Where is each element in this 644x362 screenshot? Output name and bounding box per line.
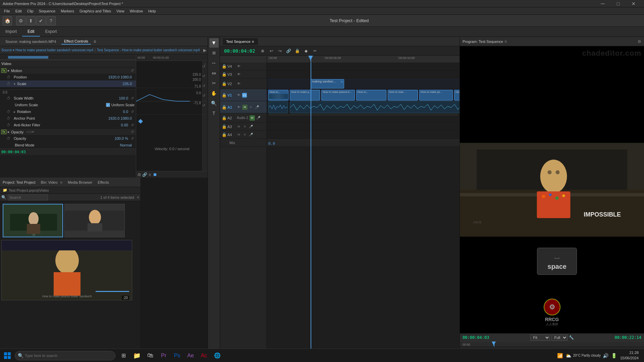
volume-icon[interactable]: 🔊 [602,353,609,358]
sequence-dropdown[interactable]: Test Sequence - How to make peanut butte… [97,48,200,52]
opacity-val[interactable]: 100.0 % [104,136,131,140]
large-thumbnail[interactable]: How to make peanut butter sandwich :20 [1,240,132,300]
opacity-stopwatch[interactable]: ⏱ [7,136,10,140]
thumbnail-item-2[interactable] [64,204,125,237]
taskbar-store[interactable]: 🛍 [144,349,157,362]
a4-mic[interactable]: 🎤 [248,132,254,137]
timeline-timecode[interactable]: 00:00:04:02 [221,47,258,55]
a3-m[interactable]: M [236,124,241,129]
antiflicker-stopwatch[interactable]: ⏱ [7,123,10,127]
a2-mic[interactable]: 🎤 [256,115,261,121]
program-in-timecode[interactable]: 00:00:04:03 [463,335,489,340]
v1-clip-7[interactable]: How to make peanut butter sandwich... [454,90,460,101]
scale-value[interactable]: 235.0 [108,82,135,86]
a4-s[interactable]: S [242,132,248,137]
search-input[interactable] [8,194,48,200]
taskbar-acrobat[interactable]: Ac [197,349,211,362]
a2-lock[interactable]: 🔒 [221,115,227,121]
anchor-stopwatch[interactable]: ⏱ [7,116,10,120]
select-tool[interactable]: ▼ [209,38,219,48]
graph-reset-3[interactable]: ↺ [202,84,208,88]
motion-reset[interactable]: ↺ [131,68,134,73]
v1-lock[interactable]: 🔒 [221,93,227,98]
menu-file[interactable]: File [1,8,13,14]
v4-lock[interactable]: 🔒 [221,64,227,69]
slip-tool[interactable]: ⇔ [209,68,219,78]
toolbar-btn3[interactable]: ✔ [36,16,46,25]
bin-menu-icon[interactable]: ≡ [60,180,62,184]
thumbnail-item-1[interactable]: :20 [3,204,63,237]
taskbar-edge[interactable]: 🌐 [211,349,224,362]
ripple-tool[interactable]: ↔ [209,58,219,68]
menu-edit[interactable]: Edit [13,8,24,14]
antiflicker-value[interactable]: 0.00 [104,123,131,127]
opacity-val-reset[interactable]: ↺ [131,136,134,141]
rotation-reset[interactable]: ↺ [131,110,134,114]
a1-s[interactable]: S [248,105,254,110]
effect-controls-tab[interactable]: Effect Controls [61,39,91,45]
v4-eye[interactable]: 👁 [236,64,241,69]
v1-sync[interactable]: V1 [242,93,247,98]
scale-width-reset[interactable]: ↺ [131,96,134,101]
scale-width-stopwatch[interactable]: ⏱ [7,96,10,100]
razor-tool[interactable]: ✂ [209,78,219,88]
menu-view[interactable]: View [114,8,127,14]
v1-clip-2[interactable]: How to make p... [290,90,320,101]
play-icon[interactable]: ▶ [203,48,206,53]
v3-lock[interactable]: 🔒 [221,72,227,77]
a2-m[interactable]: M [250,115,255,121]
source-dropdown[interactable]: Source ▾ How to make peanut butter sandw… [1,48,93,52]
graph-settings-icon[interactable]: ≡ [149,172,151,177]
tab-import[interactable]: Import [0,27,22,37]
start-button[interactable] [1,350,13,362]
a1-mic[interactable]: 🎤 [254,105,260,110]
rotation-value[interactable]: 0.0 [104,110,131,114]
program-settings-icon[interactable]: ⚙ [638,39,641,44]
tl-forward[interactable]: ↪ [276,47,284,55]
media-browser-tab[interactable]: Media Browser [68,180,92,184]
v1-clip-4[interactable]: How to... [356,90,386,101]
clock[interactable]: 21:28 15/06/2024 [619,350,640,361]
v1-clip-6[interactable]: How to make pe... [419,90,453,101]
v1-clip-1[interactable]: How to... [268,90,288,101]
hand-tool[interactable]: ✋ [209,88,219,98]
text-tool[interactable]: T [209,109,219,118]
bin-video-tab[interactable]: Bin: Video [41,180,58,184]
graph-snap-icon[interactable]: 🔗 [142,172,147,177]
program-header-menu[interactable]: ≡ [504,39,507,44]
blend-mode-value[interactable]: Normal [108,143,135,147]
v1-eye[interactable]: 👁 [236,93,241,98]
close-button[interactable]: ✕ [626,0,641,7]
v1-clip-3[interactable]: How to make peanut butt... [321,90,355,101]
taskbar-photoshop[interactable]: Ps [170,349,184,362]
uniform-scale-checkbox[interactable]: ✓ [106,103,110,107]
graph-reset-2[interactable]: ↺ [202,74,208,78]
v2-lock[interactable]: 🔒 [221,81,227,86]
scale-width-value[interactable]: 100.0 [104,96,131,100]
program-ruler[interactable]: 00:00 [460,341,644,347]
a1-eye[interactable]: 👁 [236,105,241,110]
a4-lock[interactable]: 🔒 [221,132,227,137]
folder-add-icon[interactable]: + [137,195,139,200]
fit-dropdown[interactable]: Fit 25% 50% 100% [530,335,550,341]
menu-sequence[interactable]: Sequence [36,8,58,14]
zoom-tool[interactable]: 🔍 [209,99,219,108]
position-value[interactable]: 1920.0 1080.0 [108,75,135,79]
position-stopwatch[interactable]: ⏱ [7,75,10,79]
scale-stopwatch[interactable]: ⏱ [7,82,10,86]
minimize-button[interactable]: ─ [595,0,610,7]
effects-tab[interactable]: Effects [98,180,109,184]
tl-linked[interactable]: 🔒 [293,47,302,55]
v1-clip-5[interactable]: How to mak... [388,90,418,101]
tl-add-track[interactable]: ⊕ [259,47,267,55]
a1-m[interactable]: M [242,105,248,110]
menu-graphics[interactable]: Graphics and Titles [77,8,114,14]
taskbar-explorer[interactable]: 📁 [130,349,144,362]
a1-clip-main[interactable] [290,101,460,113]
menu-window[interactable]: Window [127,8,146,14]
v2-eye[interactable]: 👁 [236,81,241,86]
source-tab[interactable]: Source: making sandwich.MP4 [3,39,59,44]
edit-tool[interactable]: ⊞ [209,48,219,58]
menu-clip[interactable]: Clip [24,8,36,14]
a1-lock[interactable]: 🔒 [221,105,227,110]
